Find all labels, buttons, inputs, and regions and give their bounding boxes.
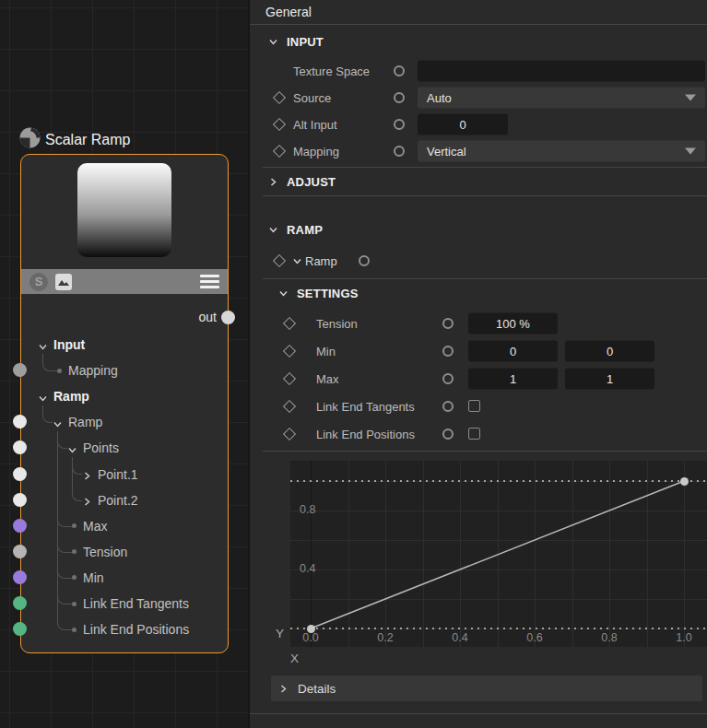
diamond-icon[interactable]	[273, 254, 286, 267]
node-header-bar[interactable]: S	[21, 269, 228, 294]
alt-input-port-icon[interactable]	[394, 119, 405, 130]
tree-item-label: Link End Positions	[83, 622, 189, 637]
ramp-curve-line	[290, 461, 707, 647]
min-port-icon[interactable]	[442, 346, 454, 357]
chevron-down-icon[interactable]	[53, 417, 63, 428]
chevron-right-icon[interactable]	[82, 495, 92, 505]
section-header-settings[interactable]: SETTINGS	[250, 279, 707, 307]
section-header-ramp[interactable]: RAMP	[250, 216, 707, 243]
chevron-down-icon[interactable]	[38, 340, 48, 350]
scalar-ramp-node[interactable]: S out InputMappingRampRampPointsPoint.1P…	[20, 154, 229, 653]
row-texture-space: Texture Space	[250, 57, 707, 84]
max-port-icon[interactable]	[442, 373, 454, 384]
out-port[interactable]	[221, 311, 235, 324]
tree-item-ramp[interactable]: Ramp	[21, 409, 228, 435]
section-header-adjust[interactable]: ADJUST	[250, 168, 707, 195]
tree-item-tension[interactable]: Tension	[21, 539, 228, 565]
source-port-icon[interactable]	[394, 92, 405, 103]
input-port-mapping[interactable]	[13, 363, 27, 377]
tree-item-point-1[interactable]: Point.1	[21, 462, 228, 487]
section-label: SETTINGS	[297, 287, 359, 300]
tree-item-label: Link End Tangents	[83, 596, 189, 611]
row-link-end-positions: Link End Positions	[250, 420, 707, 447]
section-header-input[interactable]: INPUT	[250, 29, 707, 54]
x-axis-label: X	[290, 652, 299, 665]
panel-title: General	[250, 0, 707, 25]
mapping-port-icon[interactable]	[394, 146, 405, 157]
input-port-tension[interactable]	[13, 545, 27, 558]
diamond-icon[interactable]	[273, 90, 286, 103]
max-field-1[interactable]: 1	[468, 368, 558, 389]
tension-port-icon[interactable]	[442, 318, 454, 329]
tension-field[interactable]: 100 %	[468, 312, 558, 334]
out-port-label: out	[199, 310, 217, 324]
mapping-dropdown[interactable]: Vertical	[418, 140, 705, 161]
tree-item-min[interactable]: Min	[21, 565, 228, 591]
curve-point-2[interactable]	[680, 477, 689, 486]
image-preview-icon[interactable]	[55, 274, 72, 290]
source-dropdown-value: Auto	[427, 90, 452, 104]
diamond-icon[interactable]	[283, 399, 296, 412]
chevron-down-icon[interactable]	[38, 392, 48, 402]
chevron-down-icon	[268, 37, 278, 47]
link-end-tangents-checkbox[interactable]	[468, 400, 480, 412]
separator	[263, 195, 707, 196]
row-mapping: Mapping Vertical	[250, 137, 707, 164]
link-end-positions-port-icon[interactable]	[442, 429, 454, 440]
chevron-right-icon	[278, 684, 289, 694]
link-end-tangents-port-icon[interactable]	[442, 401, 454, 412]
tree-item-link-end-positions[interactable]: Link End Positions	[21, 616, 228, 642]
details-expander[interactable]: Details	[271, 675, 702, 701]
tree-item-label: Min	[83, 570, 104, 585]
ramp-curve-plot[interactable]: 0.80.40.00.20.40.60.81.0	[290, 461, 707, 647]
tree-item-points[interactable]: Points	[21, 435, 228, 461]
shader-ball-icon	[18, 126, 41, 153]
min-label: Min	[316, 344, 336, 358]
input-port-max[interactable]	[13, 519, 27, 533]
diamond-icon[interactable]	[273, 144, 286, 157]
link-end-positions-checkbox[interactable]	[468, 428, 480, 440]
ramp-port-icon[interactable]	[359, 255, 370, 266]
min-field-1[interactable]: 0	[468, 340, 558, 361]
curve-point-1[interactable]	[307, 625, 315, 633]
ramp-preview-thumbnail[interactable]	[77, 163, 171, 257]
details-label: Details	[298, 682, 336, 696]
row-link-end-tangents: Link End Tangents	[250, 393, 707, 419]
texture-space-input[interactable]	[418, 60, 705, 81]
input-port-link-end-positions[interactable]	[13, 622, 27, 636]
tree-item-mapping[interactable]: Mapping	[21, 358, 228, 383]
input-port-link-end-tangents[interactable]	[13, 596, 27, 610]
source-dropdown[interactable]: Auto	[418, 87, 705, 108]
tree-item-label: Point.2	[98, 493, 138, 508]
alt-input-field[interactable]: 0	[418, 113, 508, 135]
tree-item-label: Ramp	[68, 415, 102, 429]
ramp-curve-graph[interactable]: 0.80.40.00.20.40.60.81.0 Y X	[250, 452, 707, 675]
row-min: Min 0 0	[250, 337, 707, 364]
input-port-min[interactable]	[13, 570, 27, 584]
min-field-2[interactable]: 0	[565, 340, 654, 361]
alt-input-label: Alt Input	[293, 117, 337, 131]
diamond-icon[interactable]	[273, 117, 286, 130]
diamond-icon[interactable]	[283, 427, 296, 440]
menu-icon[interactable]	[200, 275, 219, 289]
section-label: RAMP	[287, 223, 323, 237]
tree-item-link-end-tangents[interactable]: Link End Tangents	[21, 591, 228, 616]
scalar-type-badge: S	[29, 273, 48, 291]
diamond-icon[interactable]	[283, 344, 296, 357]
tree-item-max[interactable]: Max	[21, 513, 228, 539]
input-port-point-1[interactable]	[13, 467, 27, 481]
mapping-dropdown-value: Vertical	[427, 144, 466, 158]
tree-item-point-2[interactable]: Point.2	[21, 487, 228, 513]
input-port-point-2[interactable]	[13, 493, 27, 507]
row-max: Max 1 1	[250, 365, 707, 392]
diamond-icon[interactable]	[283, 371, 296, 384]
diamond-icon[interactable]	[283, 316, 296, 329]
ramp-row-label: Ramp	[305, 254, 337, 268]
chevron-right-icon[interactable]	[82, 469, 92, 479]
texture-space-label: Texture Space	[293, 64, 370, 77]
tree-item-label: Points	[83, 440, 119, 455]
max-field-2[interactable]: 1	[565, 368, 654, 389]
node-editor-canvas[interactable]: Scalar Ramp S out InputMappingRampRampPo…	[0, 0, 250, 728]
chevron-down-icon[interactable]	[292, 256, 302, 266]
texture-space-port-icon[interactable]	[394, 65, 405, 76]
